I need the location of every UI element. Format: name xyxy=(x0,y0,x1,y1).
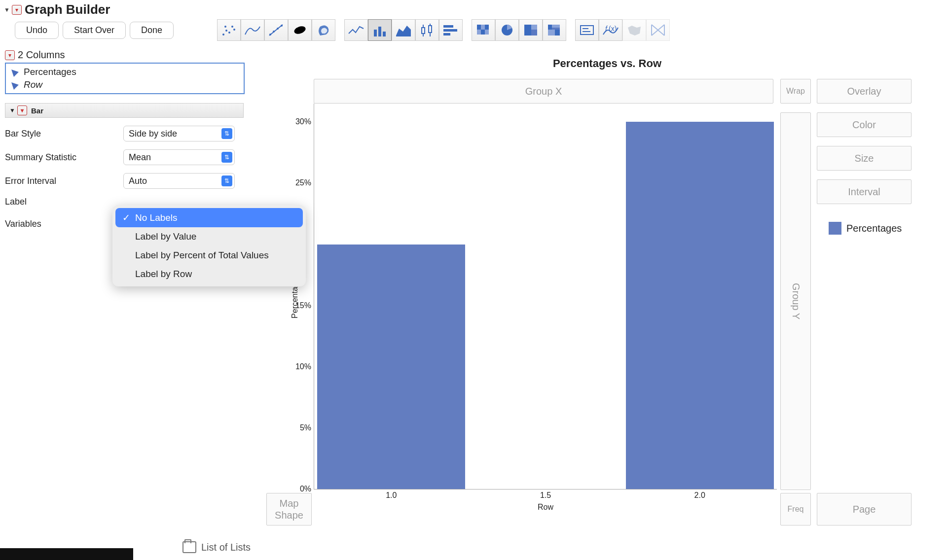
menu-item-label-by-value[interactable]: Label by Value xyxy=(115,227,303,246)
column-item[interactable]: Percentages xyxy=(9,66,241,78)
menu-item-label: Label by Percent of Total Values xyxy=(135,250,269,261)
parallel-plot-icon[interactable] xyxy=(646,19,670,41)
columns-red-triangle-icon[interactable]: ▾ xyxy=(5,50,15,60)
done-button[interactable]: Done xyxy=(130,22,174,39)
svg-rect-36 xyxy=(552,28,560,30)
y-tick-label: 10% xyxy=(295,362,311,371)
y-tick-label: 0% xyxy=(300,485,311,493)
select-value: Auto xyxy=(129,176,147,186)
svg-rect-37 xyxy=(548,30,555,35)
legend-label: Percentages xyxy=(846,223,902,234)
disclosure-triangle-icon[interactable]: ▼ xyxy=(8,106,16,114)
prop-error-interval: Error Interval Auto ⇅ xyxy=(5,173,247,189)
subbar: Undo Start Over Done f(x) xyxy=(0,18,948,46)
chevron-updown-icon: ⇅ xyxy=(221,152,232,163)
smoother-icon[interactable] xyxy=(241,19,264,41)
svg-rect-23 xyxy=(443,33,450,35)
dropzone-overlay[interactable]: Overlay xyxy=(817,79,912,104)
prop-label: Error Interval xyxy=(5,176,123,186)
plot-area[interactable]: Percentages Row 5%10%15%25%30%0%1.01.52.… xyxy=(314,104,777,490)
svg-point-1 xyxy=(225,30,227,32)
element-section-title: Bar xyxy=(31,106,43,115)
y-tick-label: 30% xyxy=(295,117,311,126)
bar[interactable] xyxy=(317,245,465,490)
bar-style-select[interactable]: Side by side ⇅ xyxy=(123,126,235,141)
y-tick-label: 15% xyxy=(295,301,311,310)
checkmark-icon: ✓ xyxy=(122,212,130,223)
svg-point-0 xyxy=(222,34,224,35)
folder-icon xyxy=(182,541,196,553)
summary-statistic-select[interactable]: Mean ⇅ xyxy=(123,149,235,165)
svg-point-5 xyxy=(224,26,226,28)
ellipse-icon[interactable] xyxy=(288,19,312,41)
svg-rect-38 xyxy=(555,30,560,35)
select-value: Mean xyxy=(129,152,151,163)
dropzone-color[interactable]: Color xyxy=(817,112,912,137)
svg-rect-28 xyxy=(481,30,485,35)
left-panel: ▾ 2 Columns Percentages Row ▼ ▾ Bar Bar … xyxy=(5,49,247,229)
caption-box-icon[interactable] xyxy=(575,19,599,41)
svg-point-4 xyxy=(233,29,235,31)
heatmap-icon[interactable] xyxy=(472,19,495,41)
dropzone-size[interactable]: Size xyxy=(817,146,912,171)
error-interval-select[interactable]: Auto ⇅ xyxy=(123,173,235,189)
dropzone-interval[interactable]: Interval xyxy=(817,179,912,204)
pie-icon[interactable] xyxy=(495,19,519,41)
bar-icon[interactable] xyxy=(368,19,392,41)
boxplot-icon[interactable] xyxy=(415,19,439,41)
legend-swatch xyxy=(829,222,841,235)
svg-rect-24 xyxy=(477,25,481,30)
red-triangle-menu-icon[interactable]: ▾ xyxy=(17,105,27,115)
points-icon[interactable] xyxy=(217,19,241,41)
svg-rect-26 xyxy=(485,25,489,30)
line-of-fit-icon[interactable] xyxy=(264,19,288,41)
window-chrome-strip xyxy=(0,548,133,560)
disclosure-triangle-icon[interactable]: ▼ xyxy=(3,6,11,14)
footer-item[interactable]: List of Lists xyxy=(182,541,251,553)
svg-rect-33 xyxy=(531,30,537,35)
bar[interactable] xyxy=(626,122,774,489)
menu-item-label: Label by Value xyxy=(135,231,196,242)
treemap-icon[interactable] xyxy=(519,19,543,41)
y-tick-label: 5% xyxy=(300,423,311,432)
area-icon[interactable] xyxy=(392,19,415,41)
column-item[interactable]: Row xyxy=(9,78,241,91)
continuous-column-icon xyxy=(9,80,19,90)
column-item-label: Row xyxy=(24,79,42,90)
dropzone-group-y[interactable]: Group Y xyxy=(780,112,811,490)
label-dropdown-menu[interactable]: ✓ No Labels Label by Value Label by Perc… xyxy=(112,205,306,286)
dropzone-wrap[interactable]: Wrap xyxy=(780,79,811,104)
dropzone-map-shape[interactable]: Map Shape xyxy=(266,493,312,525)
element-toolbar: f(x) xyxy=(217,19,679,41)
dropzone-group-x[interactable]: Group X xyxy=(314,79,773,104)
x-tick-label: 1.0 xyxy=(386,491,397,500)
line-icon[interactable] xyxy=(344,19,368,41)
prop-label: Bar Style xyxy=(5,129,123,139)
red-triangle-menu-icon[interactable]: ▾ xyxy=(12,5,22,15)
menu-item-label-by-percent[interactable]: Label by Percent of Total Values xyxy=(115,246,303,265)
svg-rect-18 xyxy=(429,26,432,33)
dropzone-page[interactable]: Page xyxy=(817,493,912,525)
chevron-updown-icon: ⇅ xyxy=(221,175,232,186)
svg-point-3 xyxy=(231,26,233,28)
start-over-button[interactable]: Start Over xyxy=(63,22,126,39)
svg-rect-15 xyxy=(422,28,425,34)
legend: Percentages xyxy=(829,222,902,235)
formula-icon[interactable]: f(x) xyxy=(599,19,622,41)
map-shapes-icon[interactable] xyxy=(622,19,646,41)
column-item-label: Percentages xyxy=(24,67,76,77)
menu-item-no-labels[interactable]: ✓ No Labels xyxy=(115,208,303,227)
chart-title: Percentages vs. Row xyxy=(271,57,943,70)
dropzone-freq[interactable]: Freq xyxy=(780,493,811,525)
x-tick-label: 1.5 xyxy=(540,491,551,500)
histogram-horizontal-icon[interactable] xyxy=(439,19,463,41)
mosaic-icon[interactable] xyxy=(543,19,566,41)
columns-list[interactable]: Percentages Row xyxy=(5,63,245,94)
undo-button[interactable]: Undo xyxy=(15,22,59,39)
menu-item-label-by-row[interactable]: Label by Row xyxy=(115,265,303,283)
svg-rect-14 xyxy=(383,32,386,36)
prop-label: Variables xyxy=(5,219,123,229)
contour-icon[interactable] xyxy=(312,19,335,41)
element-section-header[interactable]: ▼ ▾ Bar xyxy=(5,103,244,118)
y-tick-label: 25% xyxy=(295,178,311,187)
